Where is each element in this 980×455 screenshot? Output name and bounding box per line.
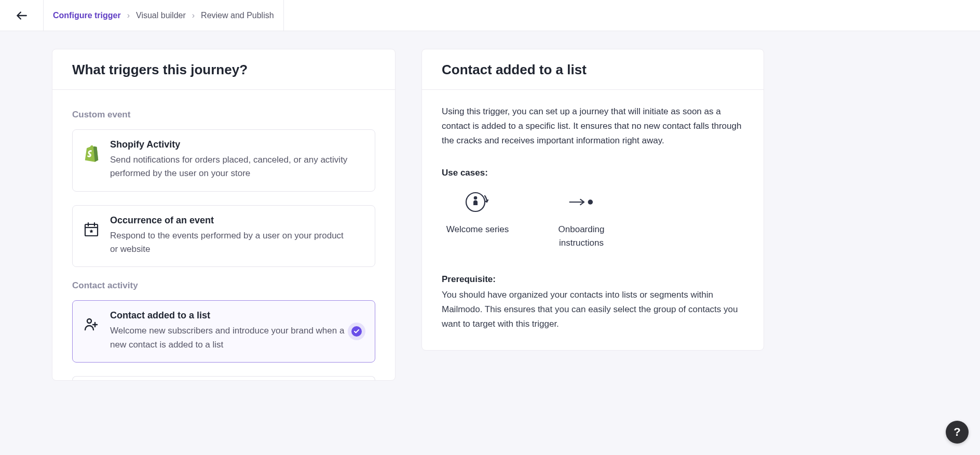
trigger-list-scroll[interactable]: Custom event Shopify Activity Send notif… bbox=[52, 90, 395, 380]
breadcrumb-step-configure-trigger[interactable]: Configure trigger bbox=[53, 11, 121, 20]
chevron-right-icon: › bbox=[192, 11, 195, 20]
usecase-onboarding-instructions: Onboarding instructions bbox=[548, 190, 615, 250]
trigger-card-occurrence-of-event[interactable]: Occurrence of an event Respond to the ev… bbox=[72, 205, 375, 267]
usecases-row: Welcome series Onboarding instructions bbox=[442, 190, 744, 250]
breadcrumb-step-review-and-publish[interactable]: Review and Publish bbox=[201, 11, 274, 20]
svg-point-4 bbox=[588, 199, 593, 205]
panel-header: What triggers this journey? bbox=[52, 49, 395, 90]
usecase-welcome-series: Welcome series bbox=[444, 190, 511, 250]
trigger-card-shopify-activity[interactable]: Shopify Activity Send notifications for … bbox=[72, 129, 375, 192]
breadcrumb-step-visual-builder[interactable]: Visual builder bbox=[136, 11, 186, 20]
svg-point-1 bbox=[87, 319, 91, 323]
group-label-contact-activity: Contact activity bbox=[72, 280, 375, 291]
breadcrumb: Configure trigger › Visual builder › Rev… bbox=[44, 0, 284, 31]
prerequisite-label: Prerequisite: bbox=[442, 274, 744, 285]
back-button[interactable] bbox=[0, 0, 44, 31]
prerequisite-text: You should have organized your contacts … bbox=[442, 288, 744, 331]
usecase-label: Welcome series bbox=[444, 223, 511, 236]
detail-description: Using this trigger, you can set up a jou… bbox=[442, 104, 744, 148]
welcome-series-icon bbox=[444, 190, 511, 215]
svg-point-3 bbox=[474, 196, 478, 200]
shopify-icon bbox=[82, 139, 101, 162]
card-title: Shopify Activity bbox=[110, 139, 350, 150]
card-description: Welcome new subscribers and introduce yo… bbox=[110, 324, 350, 352]
usecases-label: Use cases: bbox=[442, 168, 744, 178]
trigger-card-next-peek[interactable] bbox=[72, 376, 375, 380]
content-area: What triggers this journey? Custom event… bbox=[0, 31, 980, 455]
help-button[interactable]: ? bbox=[946, 421, 969, 444]
trigger-card-contact-added-to-list[interactable]: Contact added to a list Welcome new subs… bbox=[72, 300, 375, 363]
panel-body: Custom event Shopify Activity Send notif… bbox=[52, 90, 395, 380]
group-label-custom-event: Custom event bbox=[72, 110, 375, 120]
calendar-star-icon bbox=[82, 215, 101, 238]
user-plus-icon bbox=[82, 310, 101, 333]
onboarding-icon bbox=[548, 190, 615, 215]
selected-check-icon bbox=[348, 323, 365, 340]
card-title: Contact added to a list bbox=[110, 310, 350, 321]
detail-title: Contact added to a list bbox=[442, 62, 744, 78]
help-icon: ? bbox=[954, 425, 960, 439]
card-description: Send notifications for orders placed, ca… bbox=[110, 153, 350, 181]
detail-body: Using this trigger, you can set up a jou… bbox=[422, 90, 764, 350]
trigger-list-panel: What triggers this journey? Custom event… bbox=[52, 49, 396, 381]
card-title: Occurrence of an event bbox=[110, 215, 350, 226]
chevron-right-icon: › bbox=[127, 11, 130, 20]
panel-title: What triggers this journey? bbox=[72, 62, 375, 78]
usecase-label: Onboarding instructions bbox=[548, 223, 615, 250]
card-description: Respond to the events performed by a use… bbox=[110, 229, 350, 257]
panel-header: Contact added to a list bbox=[422, 49, 764, 90]
top-bar: Configure trigger › Visual builder › Rev… bbox=[0, 0, 980, 31]
arrow-left-icon bbox=[15, 9, 29, 22]
trigger-detail-panel: Contact added to a list Using this trigg… bbox=[421, 49, 764, 351]
